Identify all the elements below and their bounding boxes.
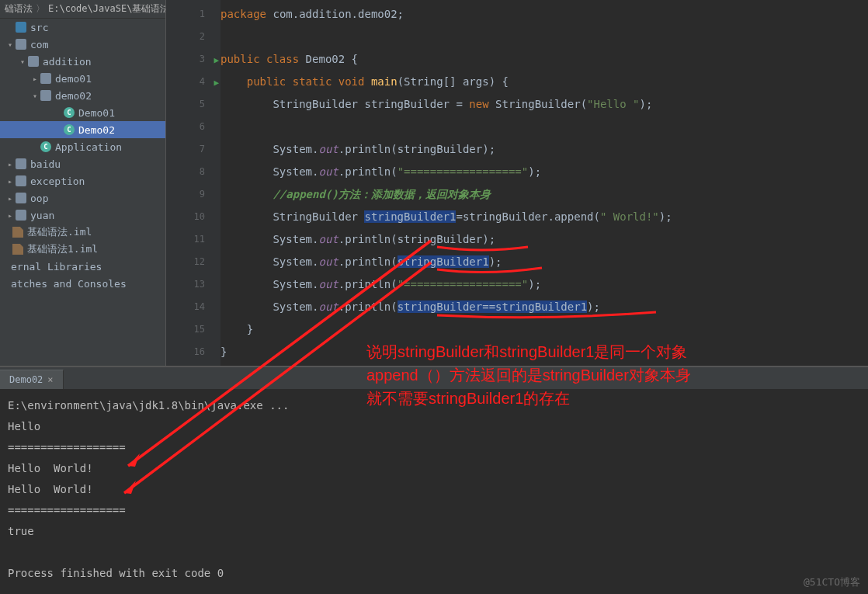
tree-item[interactable]: ▸demo01	[0, 70, 165, 87]
chevron-right-icon: 〉	[36, 2, 45, 16]
tree-item[interactable]: CApplication	[0, 138, 165, 155]
tree-item[interactable]: CDemo01	[0, 104, 165, 121]
tree-item[interactable]: ▸exception	[0, 172, 165, 189]
tree-item[interactable]: ▾addition	[0, 53, 165, 70]
line-gutter: 123▶4▶5678910111213141516	[166, 0, 220, 366]
project-tree[interactable]: src▾com▾addition▸demo01▾demo02CDemo01CDe…	[0, 19, 165, 366]
tree-item[interactable]: atches and Consoles	[0, 275, 165, 292]
console-tab[interactable]: Demo02 ×	[0, 370, 64, 389]
tree-item[interactable]: 基础语法.iml	[0, 224, 165, 241]
tree-item[interactable]: ▾demo02	[0, 87, 165, 104]
console-tab-label: Demo02	[9, 374, 43, 385]
tree-item[interactable]: 基础语法1.iml	[0, 241, 165, 258]
tree-item[interactable]: ▸yuan	[0, 207, 165, 224]
tree-item[interactable]: src	[0, 19, 165, 36]
console-tabbar[interactable]: Demo02 ×	[0, 367, 868, 389]
breadcrumb[interactable]: 础语法 〉 E:\code\JavaSE\基础语法	[0, 0, 165, 19]
tree-item[interactable]: ▸oop	[0, 189, 165, 207]
code-area[interactable]: package com.addition.demo02; public clas…	[220, 0, 868, 366]
breadcrumb-path: E:\code\JavaSE\基础语法	[48, 2, 165, 16]
close-icon[interactable]: ×	[47, 374, 53, 385]
tree-item[interactable]: CDemo02	[0, 121, 165, 138]
tree-item[interactable]: ▾com	[0, 36, 165, 53]
tree-item[interactable]: ▸baidu	[0, 155, 165, 172]
run-console: Demo02 × E:\environment\java\jdk1.8\bin\…	[0, 366, 868, 594]
breadcrumb-part: 础语法	[5, 2, 33, 16]
console-output[interactable]: E:\environment\java\jdk1.8\bin\java.exe …	[0, 389, 868, 594]
code-editor[interactable]: 123▶4▶5678910111213141516 package com.ad…	[166, 0, 868, 366]
project-sidebar: 础语法 〉 E:\code\JavaSE\基础语法 src▾com▾additi…	[0, 0, 166, 366]
tree-item[interactable]: ernal Libraries	[0, 258, 165, 275]
